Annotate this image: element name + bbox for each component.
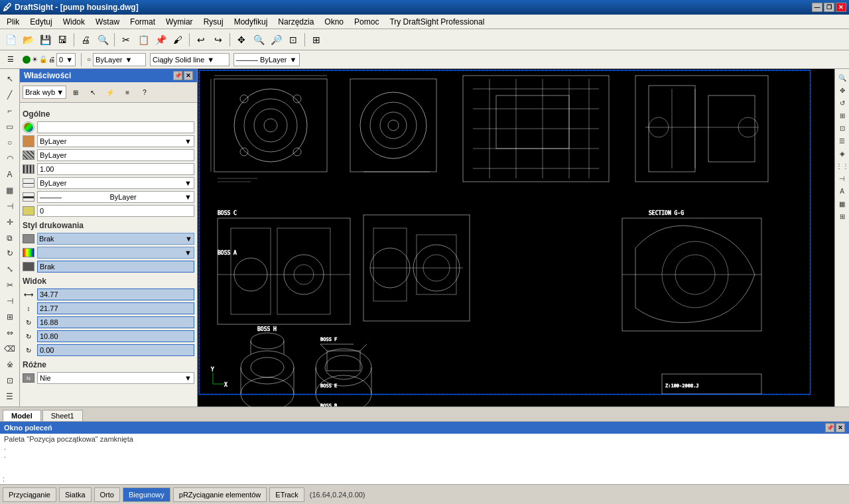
menu-edytuj[interactable]: Edytuj <box>25 16 57 28</box>
layer-tools-button[interactable]: ☰ <box>3 389 17 404</box>
status-orto[interactable]: Orto <box>94 487 120 502</box>
paste-button[interactable]: 📌 <box>153 32 168 48</box>
style3-value: Brak <box>37 261 194 273</box>
copy-button[interactable]: 📋 <box>135 32 151 48</box>
preview-button[interactable]: 🔍 <box>95 32 111 48</box>
open-button[interactable]: 📂 <box>20 32 36 48</box>
drawing-canvas-area[interactable]: BOSS C BOSS A <box>198 69 834 407</box>
undo-button[interactable]: ↩ <box>193 32 209 48</box>
mirror-button[interactable]: ⇔ <box>3 326 17 340</box>
dimension-button[interactable]: ⊣ <box>3 199 17 214</box>
various1-dropdown[interactable]: Nie ▼ <box>37 372 194 384</box>
menu-okno[interactable]: Okno <box>319 16 349 28</box>
snap-button[interactable]: ⊡ <box>3 373 17 388</box>
prop-quick-btn[interactable]: ⚡ <box>102 84 118 100</box>
prop-select-btn[interactable]: ↖ <box>85 84 101 100</box>
svg-rect-52 <box>417 235 456 294</box>
rectangle-button[interactable]: ▭ <box>3 119 17 134</box>
tab-sheet1[interactable]: Sheet1 <box>42 410 83 421</box>
rotate-button[interactable]: ↻ <box>3 246 17 261</box>
right-view-btn[interactable]: ⊞ <box>836 109 848 121</box>
minimize-button[interactable]: — <box>812 3 822 12</box>
menu-widok[interactable]: Widok <box>58 16 90 28</box>
zoom-fit-button[interactable]: ⊡ <box>285 32 301 48</box>
save-button[interactable]: 💾 <box>37 32 53 48</box>
tab-model[interactable]: Model <box>3 410 41 421</box>
color-dropdown[interactable]: ByLayer ▼ <box>37 135 194 147</box>
svg-point-9 <box>240 148 248 156</box>
linestyle-dropdown[interactable]: ByLayer ▼ <box>37 177 194 189</box>
style1-dropdown[interactable]: Brak ▼ <box>37 233 194 245</box>
layer-name-combo[interactable]: 0 ▼ <box>56 53 76 66</box>
status-przyciaganie[interactable]: Przyciąganie <box>3 487 56 502</box>
right-pan-btn[interactable]: ✥ <box>836 84 848 96</box>
prop-pin-button[interactable]: 📌 <box>173 71 182 80</box>
prop-close-button[interactable]: ✕ <box>184 71 193 80</box>
right-layer-btn[interactable]: ☰ <box>836 135 848 147</box>
scale-button[interactable]: ⤡ <box>3 262 17 277</box>
zoom-in-button[interactable]: 🔍 <box>251 32 267 48</box>
menu-modyfikuj[interactable]: Modyfikuj <box>229 16 273 28</box>
restore-button[interactable]: ❐ <box>824 3 834 12</box>
menu-narzedzia[interactable]: Narzędzia <box>273 16 319 28</box>
linetype-combo[interactable]: Ciągły Solid line ▼ <box>150 53 229 66</box>
move-button[interactable]: ✛ <box>3 215 17 229</box>
filter-combo[interactable]: Brak wyb ▼ <box>23 86 66 99</box>
insert-button[interactable]: ⊞ <box>308 32 324 48</box>
pan-button[interactable]: ✥ <box>233 32 249 48</box>
status-przyciaganie-el[interactable]: pRZyciąganie elementów <box>173 487 267 502</box>
right-zoom-btn[interactable]: 🔍 <box>836 72 848 84</box>
circle-button[interactable]: ○ <box>3 135 17 150</box>
new-button[interactable]: 📄 <box>3 32 19 48</box>
style2-dropdown[interactable]: ▼ <box>37 247 194 259</box>
redo-button[interactable]: ↪ <box>210 32 226 48</box>
prop-filter-btn[interactable]: ⊞ <box>68 84 84 100</box>
right-block-btn[interactable]: ⊞ <box>836 210 848 222</box>
select-button[interactable]: ↖ <box>3 72 17 86</box>
trim-button[interactable]: ✂ <box>3 278 17 292</box>
lineweight-dropdown[interactable]: ——— ByLayer ▼ <box>37 191 194 203</box>
menu-pomoc[interactable]: Pomoc <box>349 16 384 28</box>
extend-button[interactable]: ⊣ <box>3 294 17 308</box>
close-button[interactable]: ✕ <box>836 3 846 12</box>
color-combo[interactable]: ByLayer ▼ <box>93 53 146 66</box>
prop-help-btn[interactable]: ? <box>137 84 153 100</box>
offset-button[interactable]: ⊞ <box>3 310 17 324</box>
cmd-close-button[interactable]: ✕ <box>836 423 845 432</box>
right-text-btn[interactable]: A <box>836 185 848 197</box>
explode-button[interactable]: ※ <box>3 357 17 372</box>
lineweight-combo[interactable]: ——— ByLayer ▼ <box>233 53 300 66</box>
menu-wstaw[interactable]: Wstaw <box>90 16 125 28</box>
right-snap-btn[interactable]: ⊡ <box>836 122 848 134</box>
zoom-out-button[interactable]: 🔎 <box>268 32 284 48</box>
right-render-btn[interactable]: ◈ <box>836 147 848 159</box>
erase-button[interactable]: ⌫ <box>3 342 17 356</box>
arc-button[interactable]: ◠ <box>3 151 17 166</box>
polyline-button[interactable]: ⌐ <box>3 103 17 118</box>
menu-format[interactable]: Format <box>125 16 161 28</box>
command-input[interactable] <box>7 475 846 483</box>
right-hatch-btn[interactable]: ▦ <box>836 198 848 210</box>
hatch-button[interactable]: ▦ <box>3 183 17 198</box>
print-button[interactable]: 🖨 <box>78 32 94 48</box>
menu-rysuj[interactable]: Rysuj <box>198 16 229 28</box>
status-biegunowy[interactable]: Biegunowy <box>123 487 170 502</box>
status-etrack[interactable]: ETrack <box>269 487 304 502</box>
menu-wymiar[interactable]: Wymiar <box>161 16 198 28</box>
text-button[interactable]: A <box>3 167 17 182</box>
match-button[interactable]: 🖌 <box>170 32 186 48</box>
saveas-button[interactable]: 🖫 <box>54 32 70 48</box>
cut-button[interactable]: ✂ <box>118 32 134 48</box>
printstyle-section-title: Styl drukowania <box>23 221 194 230</box>
status-siatka[interactable]: Siatka <box>59 487 92 502</box>
layer-manager-button[interactable]: ☰ <box>3 52 19 68</box>
right-dim-btn[interactable]: ⊣ <box>836 172 848 184</box>
menu-plik[interactable]: Plik <box>1 16 25 28</box>
cmd-pin-button[interactable]: 📌 <box>825 423 834 432</box>
copy-tool-button[interactable]: ⧉ <box>3 231 17 245</box>
right-3d-btn[interactable]: ⋮⋮ <box>836 160 848 172</box>
menu-try-pro[interactable]: Try DraftSight Professional <box>384 16 490 28</box>
line-button[interactable]: ╱ <box>3 88 17 102</box>
right-orbit-btn[interactable]: ↺ <box>836 97 848 109</box>
prop-toggle-btn[interactable]: ≡ <box>119 84 135 100</box>
